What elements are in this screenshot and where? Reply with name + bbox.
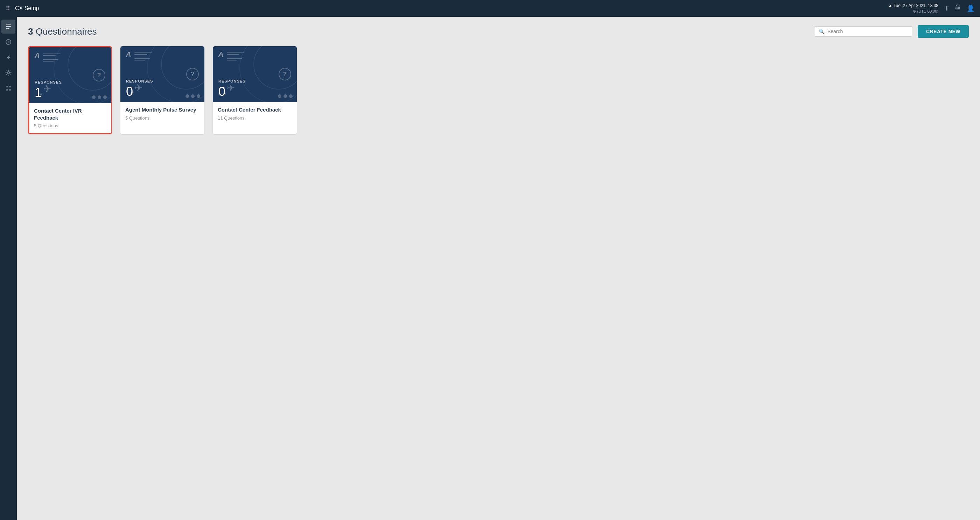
thumb-dot-3 [289,94,293,98]
card-body: Contact Center IVR Feedback 5 Questions [29,103,111,133]
apps-icon [5,85,12,92]
card-name: Agent Monthly Pulse Survey [125,106,199,113]
card-responses-info: RESPONSES 1 [35,80,62,100]
card-responses-label: RESPONSES [35,80,62,84]
card-questions: 5 Questions [125,116,199,120]
questionnaire-card-1[interactable]: A ? ✈ ★ RESPONSES 1 Contact Center IVR F… [28,46,112,134]
sidebar [0,17,17,520]
thumb-line-4 [134,60,145,60]
thumb-line-4 [227,60,237,60]
cards-grid: A ? ✈ ★ RESPONSES 1 Contact Center IVR F… [17,43,980,146]
thumb-dot-2 [283,94,287,98]
svg-rect-6 [6,86,8,87]
thumb-letter-a-icon: A [218,50,223,59]
thumb-line-3 [43,59,59,60]
thumb-dot-1 [278,94,282,98]
thumb-question-mark-icon: ? [186,68,199,81]
svg-rect-8 [6,89,8,90]
card-responses-count: 0 [218,85,245,98]
thumb-line-3 [227,58,242,59]
bank-icon[interactable]: 🏛 [955,5,961,12]
search-input[interactable] [827,29,908,34]
card-questions: 5 Questions [34,123,106,128]
thumb-line-3 [134,58,150,59]
thumb-line-1 [227,52,244,53]
cloud-upload-icon[interactable]: ⬆ [944,5,949,12]
card-responses-label: RESPONSES [218,79,245,83]
user-icon[interactable]: 👤 [967,5,974,12]
card-name: Contact Center IVR Feedback [34,107,106,121]
main-layout: 3 Questionnaires 🔍 CREATE NEW A [0,17,980,520]
sidebar-item-routes[interactable] [2,35,15,49]
thumb-decoration [186,94,200,98]
datetime-line1: ▲ Tue, 27 Apr 2021, 13:38 [888,3,939,9]
top-bar-right: ▲ Tue, 27 Apr 2021, 13:38 ⊙ (UTC 00:00) … [888,3,974,14]
sidebar-item-arrow[interactable] [2,50,15,64]
thumb-lines [43,54,60,62]
svg-rect-7 [9,86,11,87]
svg-rect-1 [6,26,11,27]
card-responses-count: 0 [126,85,153,98]
thumb-line-2 [134,54,147,55]
arrow-icon [5,54,12,61]
sidebar-item-checklist[interactable] [2,20,15,33]
svg-rect-9 [9,89,11,90]
search-icon: 🔍 [819,29,825,34]
svg-point-5 [7,72,10,74]
app-grid-icon[interactable]: ⠿ [6,5,10,12]
card-thumbnail: A ? ✈ ★ RESPONSES 0 [120,46,204,102]
page-header: 3 Questionnaires 🔍 CREATE NEW [17,17,980,43]
thumb-dot-1 [186,94,189,98]
card-responses-info: RESPONSES 0 [218,79,245,98]
questionnaire-count: 3 [28,26,33,37]
datetime-block: ▲ Tue, 27 Apr 2021, 13:38 ⊙ (UTC 00:00) [888,3,939,14]
card-responses-label: RESPONSES [126,79,153,83]
thumb-question-mark-icon: ? [93,69,105,81]
card-thumbnail: A ? ✈ ★ RESPONSES 1 [29,47,111,103]
checklist-icon [5,23,12,30]
datetime-line2: ⊙ (UTC 00:00) [888,9,939,14]
card-responses-info: RESPONSES 0 [126,79,153,98]
header-controls: 🔍 CREATE NEW [814,25,969,38]
card-responses-count: 1 [35,86,62,100]
content-area: 3 Questionnaires 🔍 CREATE NEW A [17,17,980,520]
create-new-button[interactable]: CREATE NEW [918,25,969,38]
card-questions: 11 Questions [218,116,292,120]
thumb-dot-1 [92,95,95,99]
card-thumbnail: A ? ✈ ★ RESPONSES 0 [213,46,297,102]
sidebar-item-apps[interactable] [2,81,15,95]
routes-icon [5,38,12,46]
thumb-line-2 [43,55,56,56]
card-name: Contact Center Feedback [218,106,292,113]
thumb-letter-a-icon: A [35,51,40,59]
svg-rect-0 [6,24,11,25]
thumb-dot-2 [98,95,101,99]
card-body: Agent Monthly Pulse Survey 5 Questions [120,102,204,125]
page-title-label: Questionnaires [36,26,97,37]
thumb-dot-3 [103,95,107,99]
thumb-line-2 [227,54,239,55]
top-bar: ⠿ CX Setup ▲ Tue, 27 Apr 2021, 13:38 ⊙ (… [0,0,980,17]
page-title: 3 Questionnaires [28,26,97,37]
thumb-letter-a-icon: A [126,50,131,59]
thumb-line-1 [134,52,152,53]
thumb-dot-3 [197,94,200,98]
search-box[interactable]: 🔍 [814,26,912,37]
thumb-question-mark-icon: ? [278,68,291,81]
thumb-decoration [92,95,107,99]
card-body: Contact Center Feedback 11 Questions [213,102,297,125]
thumb-line-4 [43,61,54,62]
questionnaire-card-2[interactable]: A ? ✈ ★ RESPONSES 0 Agent Monthly Pulse … [120,46,204,134]
svg-rect-2 [6,28,10,29]
questionnaire-card-3[interactable]: A ? ✈ ★ RESPONSES 0 Contact Center Feedb… [213,46,297,134]
top-bar-left: ⠿ CX Setup [6,5,39,12]
settings-icon [5,69,12,76]
app-title: CX Setup [15,5,39,11]
thumb-lines [134,52,152,60]
thumb-lines [227,52,244,60]
thumb-decoration [278,94,293,98]
sidebar-item-settings[interactable] [2,66,15,80]
thumb-dot-2 [191,94,195,98]
thumb-line-1 [43,54,60,54]
